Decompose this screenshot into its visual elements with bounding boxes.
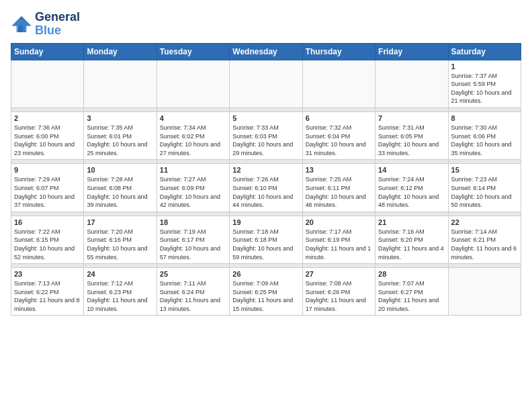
calendar-day-cell: 10Sunrise: 7:28 AM Sunset: 6:08 PM Dayli… [84,164,157,212]
day-number: 7 [378,114,445,122]
calendar-day-cell: 27Sunrise: 7:08 AM Sunset: 6:26 PM Dayli… [302,268,375,316]
day-info: Sunrise: 7:37 AM Sunset: 5:59 PM Dayligh… [451,72,518,105]
calendar-day-cell: 26Sunrise: 7:09 AM Sunset: 6:25 PM Dayli… [230,268,302,316]
weekday-header: Friday [375,43,448,60]
calendar-day-cell: 1Sunrise: 7:37 AM Sunset: 5:59 PM Daylig… [448,60,521,107]
day-info: Sunrise: 7:20 AM Sunset: 6:16 PM Dayligh… [87,228,153,261]
calendar-day-cell: 18Sunrise: 7:19 AM Sunset: 6:17 PM Dayli… [157,216,229,263]
day-number: 8 [451,114,518,122]
calendar-day-cell: 12Sunrise: 7:26 AM Sunset: 6:10 PM Dayli… [230,164,302,212]
day-number: 24 [87,270,153,278]
day-number: 5 [232,114,299,122]
calendar-day-cell [448,268,521,316]
weekday-header: Monday [84,43,157,60]
calendar-day-cell: 5Sunrise: 7:33 AM Sunset: 6:03 PM Daylig… [230,111,302,159]
day-number: 14 [378,166,445,174]
calendar-day-cell: 3Sunrise: 7:35 AM Sunset: 6:01 PM Daylig… [84,111,157,159]
calendar-day-cell: 14Sunrise: 7:24 AM Sunset: 6:12 PM Dayli… [375,164,448,212]
day-number: 16 [14,218,81,226]
calendar-header-row: SundayMondayTuesdayWednesdayThursdayFrid… [11,43,521,60]
calendar-day-cell: 16Sunrise: 7:22 AM Sunset: 6:15 PM Dayli… [11,216,84,263]
day-info: Sunrise: 7:14 AM Sunset: 6:21 PM Dayligh… [451,228,518,261]
calendar-day-cell: 15Sunrise: 7:23 AM Sunset: 6:14 PM Dayli… [448,164,521,212]
day-info: Sunrise: 7:30 AM Sunset: 6:06 PM Dayligh… [451,124,518,157]
day-number: 13 [306,166,372,174]
day-info: Sunrise: 7:09 AM Sunset: 6:25 PM Dayligh… [232,279,299,313]
day-info: Sunrise: 7:23 AM Sunset: 6:14 PM Dayligh… [451,175,518,209]
day-number: 28 [378,270,445,278]
weekday-header: Saturday [448,43,521,60]
calendar-day-cell: 17Sunrise: 7:20 AM Sunset: 6:16 PM Dayli… [84,216,157,263]
day-number: 18 [160,218,226,226]
calendar-day-cell: 11Sunrise: 7:27 AM Sunset: 6:09 PM Dayli… [157,164,229,212]
calendar-day-cell: 25Sunrise: 7:11 AM Sunset: 6:24 PM Dayli… [157,268,229,316]
day-number: 20 [306,218,372,226]
weekday-header: Thursday [302,43,375,60]
day-info: Sunrise: 7:25 AM Sunset: 6:11 PM Dayligh… [306,175,372,209]
calendar-day-cell: 7Sunrise: 7:31 AM Sunset: 6:05 PM Daylig… [375,111,448,159]
day-info: Sunrise: 7:24 AM Sunset: 6:12 PM Dayligh… [378,175,445,209]
day-info: Sunrise: 7:07 AM Sunset: 6:27 PM Dayligh… [378,279,445,313]
calendar-week-row: 2Sunrise: 7:36 AM Sunset: 6:00 PM Daylig… [11,111,521,159]
day-info: Sunrise: 7:36 AM Sunset: 6:00 PM Dayligh… [14,124,81,157]
day-number: 3 [87,114,153,122]
calendar-day-cell [157,60,229,107]
day-number: 23 [14,270,81,278]
day-info: Sunrise: 7:26 AM Sunset: 6:10 PM Dayligh… [232,175,299,209]
logo-text: General Blue [35,11,80,38]
calendar-day-cell [375,60,448,107]
day-number: 2 [14,114,81,122]
day-number: 26 [232,270,299,278]
calendar-week-row: 23Sunrise: 7:13 AM Sunset: 6:22 PM Dayli… [11,268,521,316]
day-info: Sunrise: 7:11 AM Sunset: 6:24 PM Dayligh… [160,279,226,313]
calendar-day-cell: 19Sunrise: 7:18 AM Sunset: 6:18 PM Dayli… [230,216,302,263]
day-info: Sunrise: 7:31 AM Sunset: 6:05 PM Dayligh… [378,124,445,157]
calendar-day-cell [84,60,157,107]
day-info: Sunrise: 7:32 AM Sunset: 6:04 PM Dayligh… [306,124,372,157]
day-number: 27 [306,270,372,278]
day-number: 22 [451,218,518,226]
weekday-header: Tuesday [157,43,229,60]
day-info: Sunrise: 7:28 AM Sunset: 6:08 PM Dayligh… [87,175,153,209]
logo: General Blue [11,11,80,38]
page-header: General Blue [11,11,521,38]
calendar-day-cell: 22Sunrise: 7:14 AM Sunset: 6:21 PM Dayli… [448,216,521,263]
day-number: 15 [451,166,518,174]
day-info: Sunrise: 7:18 AM Sunset: 6:18 PM Dayligh… [232,228,299,261]
day-number: 21 [378,218,445,226]
day-info: Sunrise: 7:34 AM Sunset: 6:02 PM Dayligh… [160,124,226,157]
calendar-day-cell: 9Sunrise: 7:29 AM Sunset: 6:07 PM Daylig… [11,164,84,212]
calendar: SundayMondayTuesdayWednesdayThursdayFrid… [11,43,521,316]
calendar-day-cell: 20Sunrise: 7:17 AM Sunset: 6:19 PM Dayli… [302,216,375,263]
day-info: Sunrise: 7:16 AM Sunset: 6:20 PM Dayligh… [378,228,445,261]
calendar-week-row: 9Sunrise: 7:29 AM Sunset: 6:07 PM Daylig… [11,164,521,212]
day-info: Sunrise: 7:35 AM Sunset: 6:01 PM Dayligh… [87,124,153,157]
calendar-day-cell: 8Sunrise: 7:30 AM Sunset: 6:06 PM Daylig… [448,111,521,159]
day-number: 12 [232,166,299,174]
day-info: Sunrise: 7:08 AM Sunset: 6:26 PM Dayligh… [306,279,372,313]
calendar-day-cell: 24Sunrise: 7:12 AM Sunset: 6:23 PM Dayli… [84,268,157,316]
day-info: Sunrise: 7:17 AM Sunset: 6:19 PM Dayligh… [306,228,372,261]
day-info: Sunrise: 7:29 AM Sunset: 6:07 PM Dayligh… [14,175,81,209]
calendar-week-row: 16Sunrise: 7:22 AM Sunset: 6:15 PM Dayli… [11,216,521,263]
day-number: 19 [232,218,299,226]
weekday-header: Wednesday [230,43,302,60]
day-number: 10 [87,166,153,174]
day-info: Sunrise: 7:19 AM Sunset: 6:17 PM Dayligh… [160,228,226,261]
calendar-day-cell: 28Sunrise: 7:07 AM Sunset: 6:27 PM Dayli… [375,268,448,316]
calendar-day-cell [11,60,84,107]
day-number: 25 [160,270,226,278]
day-number: 9 [14,166,81,174]
day-info: Sunrise: 7:22 AM Sunset: 6:15 PM Dayligh… [14,228,81,261]
logo-icon [11,15,32,34]
calendar-day-cell [230,60,302,107]
day-number: 17 [87,218,153,226]
calendar-week-row: 1Sunrise: 7:37 AM Sunset: 5:59 PM Daylig… [11,60,521,107]
day-number: 4 [160,114,226,122]
day-number: 11 [160,166,226,174]
day-number: 6 [306,114,372,122]
day-info: Sunrise: 7:33 AM Sunset: 6:03 PM Dayligh… [232,124,299,157]
calendar-day-cell: 23Sunrise: 7:13 AM Sunset: 6:22 PM Dayli… [11,268,84,316]
calendar-day-cell [302,60,375,107]
day-info: Sunrise: 7:13 AM Sunset: 6:22 PM Dayligh… [14,279,81,313]
